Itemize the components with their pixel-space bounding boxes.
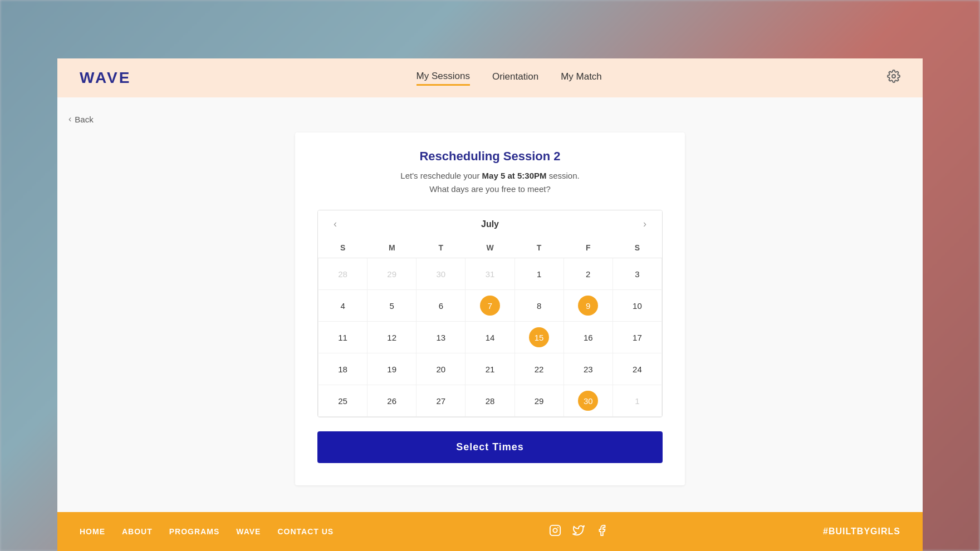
day-number: 16: [578, 327, 598, 347]
day-number: 10: [627, 296, 647, 316]
calendar-day[interactable]: 1: [612, 385, 661, 417]
day-number: 19: [382, 359, 402, 379]
footer-hashtag: #BUILTBYGIRLS: [823, 527, 900, 537]
day-number: 29: [529, 391, 549, 411]
weekday-sun: S: [318, 238, 367, 258]
prev-month-button[interactable]: ‹: [329, 217, 341, 231]
calendar-day[interactable]: 2: [564, 258, 612, 290]
twitter-icon[interactable]: [572, 524, 585, 539]
calendar-day[interactable]: 26: [367, 385, 416, 417]
day-number: 26: [382, 391, 402, 411]
calendar: ‹ July › S M T W T F S: [317, 210, 663, 417]
subtitle-post: session.: [546, 171, 579, 180]
day-number: 13: [431, 327, 451, 347]
calendar-day[interactable]: 24: [612, 353, 661, 385]
day-number: 24: [627, 359, 647, 379]
nav-my-sessions[interactable]: My Sessions: [416, 71, 470, 86]
weekday-sat: S: [612, 238, 661, 258]
subtitle-line2: What days are you free to meet?: [429, 184, 551, 194]
calendar-day[interactable]: 11: [318, 322, 367, 353]
select-times-button[interactable]: Select Times: [317, 431, 663, 463]
day-number: 18: [333, 359, 353, 379]
calendar-day[interactable]: 28: [318, 258, 367, 290]
settings-icon[interactable]: [887, 70, 900, 86]
day-number: 1: [529, 264, 549, 284]
calendar-day[interactable]: 4: [318, 290, 367, 322]
calendar-week-3: 18192021222324: [318, 353, 662, 385]
instagram-icon[interactable]: [549, 524, 561, 539]
nav: My Sessions Orientation My Match: [416, 71, 602, 86]
calendar-day[interactable]: 25: [318, 385, 367, 417]
footer-about[interactable]: ABOUT: [122, 527, 153, 536]
calendar-day[interactable]: 29: [367, 258, 416, 290]
day-number: 21: [480, 359, 500, 379]
day-number: 28: [333, 264, 353, 284]
calendar-day[interactable]: 6: [416, 290, 465, 322]
calendar-grid: S M T W T F S 28293031123456789101112131…: [318, 238, 662, 417]
back-label: Back: [75, 115, 93, 124]
weekday-wed: W: [465, 238, 514, 258]
day-number: 11: [333, 327, 353, 347]
calendar-day[interactable]: 5: [367, 290, 416, 322]
day-number: 30: [431, 264, 451, 284]
calendar-day[interactable]: 15: [514, 322, 564, 353]
logo: WAVE: [80, 69, 131, 87]
footer: HOME ABOUT PROGRAMS WAVE CONTACT US: [57, 512, 923, 551]
calendar-day[interactable]: 7: [465, 290, 514, 322]
calendar-week-1: 45678910: [318, 290, 662, 322]
calendar-day[interactable]: 21: [465, 353, 514, 385]
calendar-day[interactable]: 18: [318, 353, 367, 385]
subtitle-pre: Let's reschedule your: [400, 171, 482, 180]
calendar-weekday-row: S M T W T F S: [318, 238, 662, 258]
day-number: 27: [431, 391, 451, 411]
calendar-day[interactable]: 9: [564, 290, 612, 322]
calendar-day[interactable]: 8: [514, 290, 564, 322]
nav-orientation[interactable]: Orientation: [492, 71, 538, 85]
day-number: 25: [333, 391, 353, 411]
calendar-day[interactable]: 3: [612, 258, 661, 290]
calendar-day[interactable]: 17: [612, 322, 661, 353]
footer-wave[interactable]: WAVE: [236, 527, 261, 536]
day-number: 7: [480, 296, 500, 316]
calendar-day[interactable]: 1: [514, 258, 564, 290]
svg-point-2: [553, 528, 557, 532]
svg-point-0: [892, 75, 895, 78]
calendar-week-0: 28293031123: [318, 258, 662, 290]
calendar-day[interactable]: 30: [564, 385, 612, 417]
calendar-body: 2829303112345678910111213141516171819202…: [318, 258, 662, 417]
calendar-day[interactable]: 20: [416, 353, 465, 385]
footer-programs[interactable]: PROGRAMS: [169, 527, 219, 536]
calendar-day[interactable]: 12: [367, 322, 416, 353]
calendar-day[interactable]: 27: [416, 385, 465, 417]
day-number: 4: [333, 296, 353, 316]
calendar-day[interactable]: 23: [564, 353, 612, 385]
day-number: 6: [431, 296, 451, 316]
calendar-day[interactable]: 29: [514, 385, 564, 417]
day-number: 2: [578, 264, 598, 284]
footer-home[interactable]: HOME: [80, 527, 105, 536]
day-number: 1: [627, 391, 647, 411]
facebook-icon[interactable]: [596, 524, 608, 539]
calendar-header: ‹ July ›: [318, 210, 662, 238]
calendar-day[interactable]: 10: [612, 290, 661, 322]
nav-my-match[interactable]: My Match: [561, 71, 602, 85]
day-number: 17: [627, 327, 647, 347]
day-number: 31: [480, 264, 500, 284]
day-number: 22: [529, 359, 549, 379]
calendar-day[interactable]: 14: [465, 322, 514, 353]
calendar-day[interactable]: 16: [564, 322, 612, 353]
calendar-day[interactable]: 30: [416, 258, 465, 290]
footer-contact[interactable]: CONTACT US: [277, 527, 334, 536]
day-number: 8: [529, 296, 549, 316]
next-month-button[interactable]: ›: [639, 217, 651, 231]
back-link[interactable]: ‹ Back: [68, 114, 458, 124]
day-number: 5: [382, 296, 402, 316]
calendar-day[interactable]: 28: [465, 385, 514, 417]
calendar-week-4: 2526272829301: [318, 385, 662, 417]
header: WAVE My Sessions Orientation My Match: [57, 58, 923, 97]
calendar-day[interactable]: 13: [416, 322, 465, 353]
calendar-day[interactable]: 31: [465, 258, 514, 290]
weekday-thu: T: [514, 238, 564, 258]
calendar-day[interactable]: 22: [514, 353, 564, 385]
calendar-day[interactable]: 19: [367, 353, 416, 385]
